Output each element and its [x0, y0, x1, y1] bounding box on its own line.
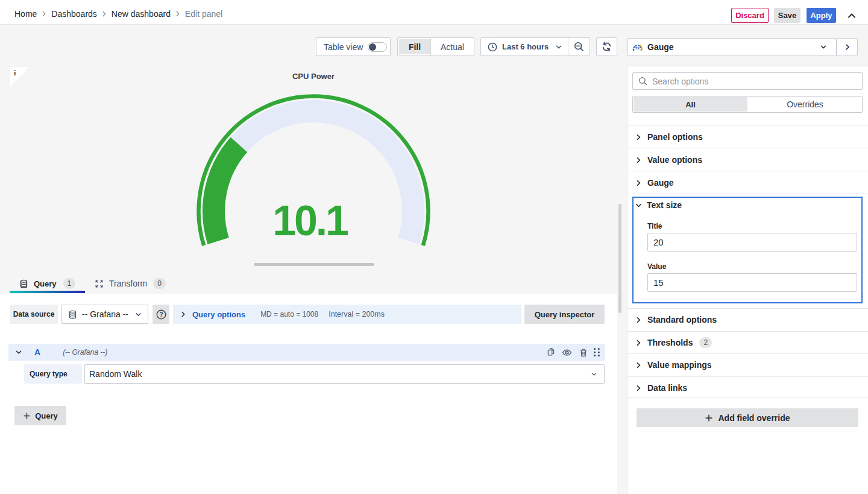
svg-text:?: ?	[159, 311, 163, 317]
svg-text:79: 79	[635, 46, 640, 50]
svg-text:10.1: 10.1	[272, 197, 348, 244]
